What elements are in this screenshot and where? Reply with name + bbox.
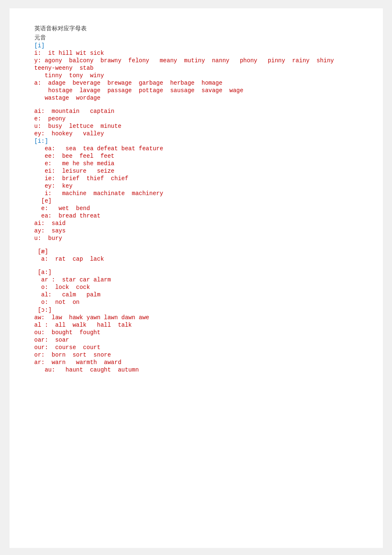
content-line: [a:] [34, 269, 358, 276]
empty-line [34, 242, 358, 248]
content-line: a: adage beverage brewage garbage herbag… [34, 80, 358, 86]
content-line: ey: hookey valley [34, 130, 358, 137]
content-line: e: wet bend [34, 205, 358, 212]
empty-line [34, 102, 358, 108]
content-line: ar: warn warmth award [34, 359, 358, 366]
content-line: hostage lavage passage pottage sausage s… [34, 87, 358, 94]
content-line: ar : star car alarm [34, 276, 358, 283]
content-line: ai: said [34, 220, 358, 227]
content-line: e: me he she media [34, 160, 358, 167]
content-line: teeny-weeny stab [34, 65, 358, 71]
phonetic-symbol: [i:] [34, 138, 358, 144]
phonetic-symbol: [i] [34, 42, 358, 49]
content-line: ea: sea tea defeat beat feature [34, 145, 358, 152]
content-line: our: course court [34, 344, 358, 351]
content-line: ee: bee feel feet [34, 153, 358, 159]
page-container: 英语音标对应字母表 元音 [i]i: it hill wit sicky: ag… [10, 8, 383, 548]
content-line: i: machine machinate machinery [34, 190, 358, 197]
content-line: [æ] [34, 248, 358, 255]
content-line: wastage wordage [34, 95, 358, 101]
content-line: [e] [34, 198, 358, 204]
content-line: ai: mountain captain [34, 108, 358, 115]
content-line: ei: leisure seize [34, 168, 358, 174]
content-line: ay: says [34, 227, 358, 234]
content-line: al: calm palm [34, 291, 358, 298]
content-line: u: bury [34, 235, 358, 242]
content-line: ey: key [34, 183, 358, 189]
content-line: [ɔ:] [34, 306, 358, 313]
content-line: u: busy lettuce minute [34, 123, 358, 130]
content-line: o: lock cock [34, 284, 358, 291]
content-line: o: not on [34, 299, 358, 306]
content-line: au: haunt caught autumn [34, 367, 358, 373]
content-line: e: peony [34, 115, 358, 122]
empty-line [34, 263, 358, 269]
content-line: ie: brief thief chief [34, 175, 358, 182]
page-title: 英语音标对应字母表 [34, 25, 358, 32]
content-line: aw: law hawk yawn lawn dawn awe [34, 314, 358, 321]
content-line: i: it hill wit sick [34, 50, 358, 56]
content-line: tinny tony winy [34, 72, 358, 79]
content-line: oar: soar [34, 337, 358, 343]
content-line: y: agony balcony brawny felony meany mut… [34, 57, 358, 64]
section-header: 元音 [34, 34, 358, 42]
content-line: or: born sort snore [34, 352, 358, 358]
content-line: ea: bread threat [34, 213, 358, 219]
content-line: a: rat cap lack [34, 256, 358, 262]
content-area: [i]i: it hill wit sicky: agony balcony b… [34, 42, 358, 373]
content-line: al : all walk hall talk [34, 322, 358, 328]
content-line: ou: bought fought [34, 329, 358, 336]
